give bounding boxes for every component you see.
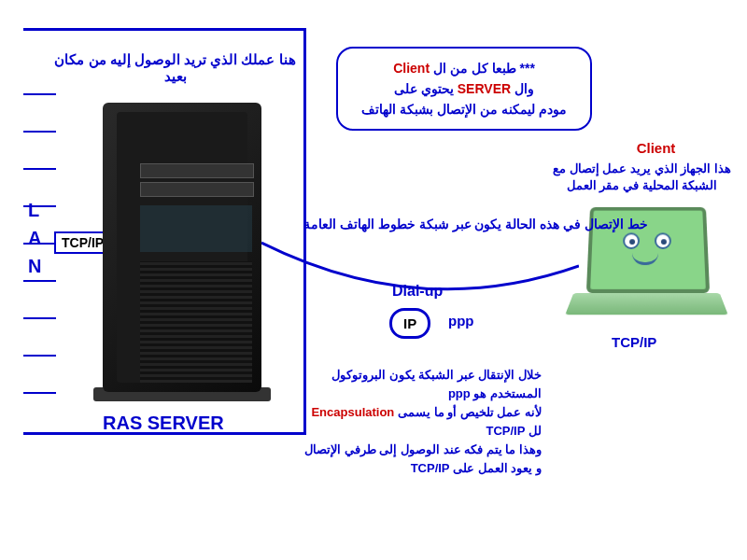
client-protocol: TCP/IP — [612, 334, 656, 350]
ex-l2c: لل — [529, 424, 542, 438]
lan-label: LAN — [28, 196, 41, 280]
note-l2-ar: يحتوي على — [394, 81, 454, 96]
note-l2-en: SERVER — [458, 81, 511, 96]
ip-box: IP — [389, 308, 430, 339]
note-l1-en: Client — [393, 61, 430, 76]
note-l3: مودم ليمكنه من الإتصال بشبكة الهاتف — [347, 99, 581, 119]
explanation-text: خلال الإنتقال عبر الشبكة يكون البروتوكول… — [299, 366, 542, 478]
ex-l1a: خلال الإنتقال عبر الشبكة يكون البروتوكول… — [331, 368, 542, 400]
client-title: Client — [579, 140, 733, 156]
note-box: *** طبعا كل من ال Client وال SERVER يحتو… — [336, 47, 592, 131]
ex-l2b: Encapsulation — [311, 405, 394, 419]
ex-l3: وهذا ما يتم فكه عند الوصول إلى طرفي الإت… — [299, 441, 542, 459]
ex-l1b: ppp — [448, 386, 471, 400]
note-l1-ar: *** طبعا كل من ال — [433, 61, 535, 76]
note-l2-prefix: وال — [514, 81, 534, 96]
ex-l2d: TCP/IP — [486, 424, 525, 438]
server-icon — [103, 103, 261, 392]
client-description: هذا الجهاز الذي يريد عمل إتصال مع الشبكة… — [546, 161, 738, 194]
ex-l2a: لأنه عمل تلخيص أو ما يسمى — [398, 405, 542, 419]
dialup-cable — [261, 238, 579, 313]
ex-l4a: و يعود العمل على — [453, 461, 542, 475]
connection-line-label: خط الإتصال في هذه الحالة يكون عبر شبكة خ… — [303, 217, 648, 231]
dialup-label: Dial-up — [392, 283, 443, 300]
ras-server-label: RAS SERVER — [103, 413, 224, 434]
ex-l4b: TCP/IP — [411, 461, 450, 475]
ppp-label: ppp — [448, 313, 474, 329]
